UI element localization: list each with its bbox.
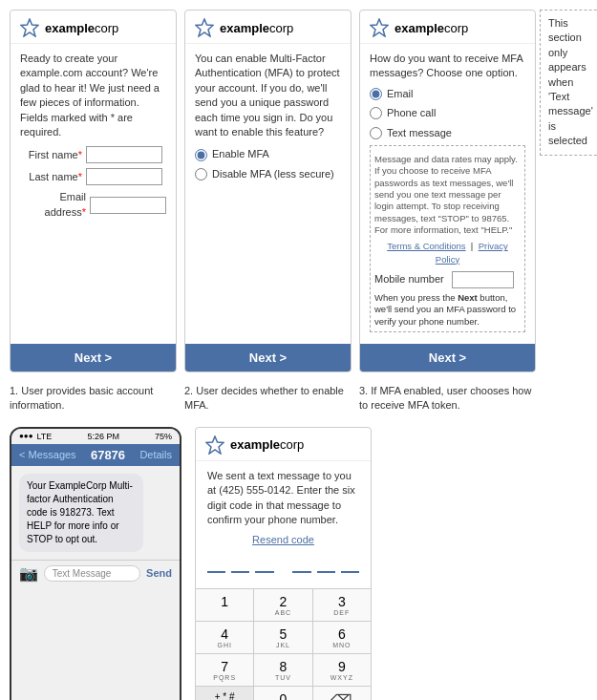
card-mfa-enable: examplecorp You can enable Multi-Factor … (184, 10, 352, 372)
card-account-info: examplecorp Ready to create your example… (10, 10, 177, 372)
phone-call-radio[interactable] (370, 107, 382, 119)
email-radio[interactable] (370, 88, 382, 100)
token-card-brand: examplecorp (230, 437, 304, 452)
phone-status-bar: ●●● LTE 5:26 PM 75% (11, 429, 180, 444)
key-5[interactable]: 5JKL (254, 622, 311, 653)
required-star-1: * (78, 149, 82, 160)
caption-1: 1. User provides basic account informati… (10, 384, 177, 414)
text-message-option: Text message (370, 126, 525, 140)
card3-with-annotation: examplecorp How do you want to receive M… (359, 10, 597, 372)
code-spacer (280, 558, 288, 573)
card1-header: examplecorp (11, 11, 176, 44)
last-name-input[interactable] (86, 168, 162, 185)
last-name-label: Last name* (20, 170, 82, 184)
token-card-header: examplecorp (196, 428, 371, 461)
logo-icon-1 (20, 18, 39, 37)
messages-back[interactable]: < Messages (19, 449, 76, 460)
card3-footer: Next > (360, 344, 535, 371)
enable-mfa-radio[interactable] (195, 149, 207, 161)
svg-marker-2 (371, 19, 388, 36)
card2-next-button[interactable]: Next > (249, 350, 287, 365)
disable-mfa-radio[interactable] (195, 168, 207, 180)
text-message-placeholder[interactable]: Text Message (44, 565, 141, 582)
sms-message-text: Your ExampleCorp Multi-factor Authentica… (27, 480, 133, 544)
time-label: 5:26 PM (87, 432, 119, 441)
mobile-number-input[interactable] (452, 271, 514, 288)
camera-icon: 📷 (19, 564, 38, 583)
caption-row-top: 1. User provides basic account informati… (10, 384, 587, 414)
email-group: Email address* (20, 190, 166, 220)
code-dash-3 (255, 571, 273, 573)
top-card-row: examplecorp Ready to create your example… (10, 10, 587, 372)
phone-nav-bar: < Messages 67876 Details (11, 444, 180, 466)
key-8[interactable]: 8TUV (254, 654, 311, 686)
key-3[interactable]: 3DEF (313, 589, 371, 621)
links-row: Terms & Conditions | Privacy Policy (374, 240, 521, 265)
card2-brand: examplecorp (220, 21, 293, 35)
phone-status-left: ●●● LTE (19, 432, 52, 441)
key-6[interactable]: 6MNO (313, 622, 371, 653)
logo-icon-5 (205, 435, 224, 455)
first-name-group: First name* (20, 146, 166, 163)
text-message-section: Message and data rates may apply. If you… (370, 145, 525, 332)
email-option: Email (370, 87, 525, 101)
sender-number: 67876 (91, 448, 125, 462)
annotation-box: This section only appears when 'Text mes… (540, 10, 597, 156)
code-dash-5 (317, 571, 335, 573)
key-0[interactable]: 0 (254, 687, 311, 700)
logo-icon-2 (195, 18, 214, 37)
card3-next-button[interactable]: Next > (429, 350, 466, 365)
last-name-group: Last name* (20, 168, 166, 185)
enable-mfa-label: Enable MFA (212, 147, 269, 161)
terms-link[interactable]: Terms & Conditions (387, 241, 465, 251)
key-4[interactable]: 4GHI (196, 622, 253, 653)
key-2[interactable]: 2ABC (254, 589, 311, 621)
first-name-input[interactable] (86, 146, 162, 163)
text-message-radio[interactable] (370, 127, 382, 139)
caption-3: 3. If MFA enabled, user chooses how to r… (359, 384, 536, 414)
sms-message-bubble: Your ExampleCorp Multi-factor Authentica… (19, 474, 143, 552)
logo-icon-3 (370, 18, 389, 37)
signal-dots: ●●● (19, 432, 33, 440)
code-dash-2 (231, 571, 249, 573)
special-label: + * # (215, 691, 235, 700)
details-link[interactable]: Details (139, 449, 172, 460)
card2-description: You can enable Multi-Factor Authenticati… (195, 52, 341, 139)
code-dash-4 (292, 571, 310, 573)
svg-marker-3 (206, 436, 224, 454)
sms-note: Message and data rates may apply. If you… (374, 154, 521, 236)
keypad: 1 2ABC 3DEF 4GHI 5JKL 6MNO 7PQRS 8TUV 9W… (196, 588, 371, 700)
key-7[interactable]: 7PQRS (196, 654, 253, 686)
svg-marker-0 (21, 19, 38, 36)
key-9[interactable]: 9WXYZ (313, 654, 371, 686)
card3-brand: examplecorp (394, 21, 468, 35)
card1-description: Ready to create your example.com account… (20, 52, 166, 139)
token-card-description: We sent a text message to you at (425) 5… (207, 469, 359, 528)
battery-label: 75% (155, 432, 172, 441)
backspace-icon: ⌫ (330, 692, 352, 700)
card1-body: Ready to create your example.com account… (11, 44, 176, 344)
card2-body: You can enable Multi-Factor Authenticati… (185, 44, 351, 344)
disable-mfa-option: Disable MFA (less secure) (195, 167, 341, 181)
key-1[interactable]: 1 (196, 589, 253, 621)
phone-input-bar: 📷 Text Message Send (11, 560, 180, 586)
card2-header: examplecorp (185, 11, 351, 44)
enable-mfa-option: Enable MFA (195, 147, 341, 161)
key-backspace[interactable]: ⌫ (313, 687, 371, 700)
annotation-text: This section only appears when 'Text mes… (548, 17, 593, 146)
card-mfa-method: examplecorp How do you want to receive M… (359, 10, 536, 372)
card3-description: How do you want to receive MFA messages?… (370, 52, 525, 81)
resend-code-link[interactable]: Resend code (207, 533, 359, 547)
mobile-number-label: Mobile number (374, 272, 444, 286)
first-name-label: First name* (20, 148, 82, 162)
key-special[interactable]: + * # (196, 687, 253, 700)
phone-message-area: Your ExampleCorp Multi-factor Authentica… (11, 466, 180, 560)
email-input[interactable] (90, 197, 166, 214)
required-star-3: * (82, 206, 86, 218)
card3-header: examplecorp (360, 11, 535, 44)
card1-next-button[interactable]: Next > (75, 350, 112, 365)
svg-marker-1 (196, 19, 213, 36)
send-button[interactable]: Send (146, 567, 172, 579)
text-message-label: Text message (387, 126, 452, 140)
card3-body: How do you want to receive MFA messages?… (360, 44, 535, 344)
